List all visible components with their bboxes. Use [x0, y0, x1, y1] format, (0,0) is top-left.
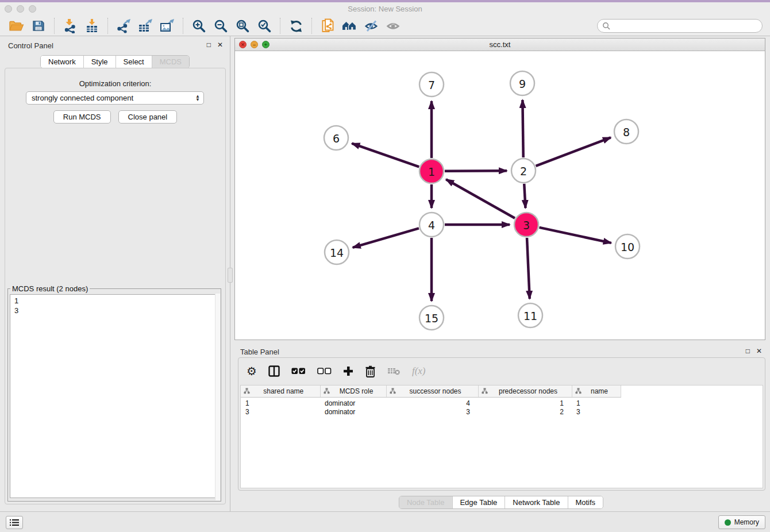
tab-network-table[interactable]: Network Table: [505, 496, 567, 508]
network-home-button[interactable]: [340, 17, 359, 34]
node-10[interactable]: 10: [615, 234, 640, 259]
edge-1-2[interactable]: [445, 171, 507, 171]
edge-2-8[interactable]: [536, 137, 611, 166]
zoom-out-icon: [214, 19, 228, 33]
node-14[interactable]: 14: [325, 240, 349, 264]
network-close-button[interactable]: [239, 41, 247, 48]
deselect-all-button[interactable]: [317, 368, 332, 375]
control-panel-close-icon[interactable]: [217, 41, 223, 49]
tab-edge-table[interactable]: Edge Table: [452, 496, 505, 508]
mcds-result-textarea[interactable]: 13: [10, 294, 219, 498]
tab-motifs[interactable]: Motifs: [567, 496, 603, 508]
criterion-select[interactable]: strongly connected component ▲▼: [26, 91, 204, 105]
table-panel-close-icon[interactable]: [756, 347, 762, 355]
show-graphics-details-button[interactable]: [384, 17, 402, 34]
edge-2-3[interactable]: [524, 184, 525, 208]
memory-button[interactable]: Memory: [718, 515, 765, 529]
node-9[interactable]: 9: [510, 71, 534, 95]
select-all-button[interactable]: [291, 368, 306, 375]
network-minimize-button[interactable]: [251, 41, 258, 48]
tab-mcds[interactable]: MCDS: [152, 56, 189, 68]
result-scrollbar[interactable]: [215, 294, 220, 500]
add-row-button[interactable]: [343, 366, 353, 376]
node-2[interactable]: 2: [511, 159, 536, 183]
table-cell[interactable]: 4: [386, 397, 478, 407]
delete-table-button[interactable]: [387, 367, 401, 375]
edge-4-14[interactable]: [353, 228, 419, 247]
show-columns-button[interactable]: [268, 365, 280, 377]
table-cell[interactable]: 1: [241, 397, 320, 407]
zoom-fit-button[interactable]: [233, 17, 252, 34]
open-session-button[interactable]: [7, 17, 26, 34]
node-11[interactable]: 11: [518, 303, 542, 327]
toolbar-separator: [107, 18, 108, 34]
refresh-layout-button[interactable]: [287, 17, 305, 34]
status-bar: Memory: [0, 511, 770, 532]
table-row[interactable]: 3dominator323: [241, 407, 621, 417]
edge-1-6[interactable]: [352, 144, 419, 167]
network-window-titlebar[interactable]: scc.txt: [235, 38, 765, 51]
control-panel-float-icon[interactable]: [207, 41, 211, 49]
delete-row-button[interactable]: [365, 365, 376, 377]
hide-graphics-details-button[interactable]: [362, 17, 380, 34]
node-4[interactable]: 4: [419, 213, 444, 237]
import-network-button[interactable]: [61, 17, 79, 34]
node-7[interactable]: 7: [419, 72, 444, 97]
node-label: 9: [519, 78, 526, 90]
import-table-button[interactable]: [83, 17, 101, 34]
table-panel-title: Table Panel: [240, 348, 279, 356]
zoom-selected-button[interactable]: [255, 17, 274, 34]
table-settings-button[interactable]: ⚙: [247, 365, 257, 377]
table-row[interactable]: 1dominator411: [241, 397, 621, 407]
column-header-predecessor-nodes[interactable]: predecessor nodes: [478, 385, 572, 397]
tab-node-table[interactable]: Node Table: [399, 496, 452, 508]
network-zoom-button[interactable]: [262, 41, 270, 48]
chevron-up-down-icon: ▲▼: [195, 95, 200, 102]
search-box[interactable]: [597, 19, 763, 33]
node-label: 7: [428, 79, 435, 91]
clone-network-button[interactable]: [318, 17, 337, 34]
memory-status-icon: [725, 519, 731, 526]
table-panel-box: ⚙ f(x) shared nameMCDS rolesuccessor nod…: [238, 357, 765, 491]
export-network-button[interactable]: [114, 17, 133, 34]
function-builder-button[interactable]: f(x): [412, 365, 426, 377]
edge-2-9[interactable]: [522, 100, 523, 157]
table-cell[interactable]: dominator: [320, 407, 386, 417]
column-header-MCDS-role[interactable]: MCDS role: [320, 385, 386, 397]
column-header-name[interactable]: name: [572, 385, 621, 397]
control-panel-tabs: NetworkStyleSelectMCDS: [40, 55, 190, 68]
table-cell[interactable]: 3: [572, 407, 621, 417]
node-8[interactable]: 8: [614, 119, 638, 144]
panel-splitter-handle[interactable]: [228, 268, 233, 283]
column-type-icon: [244, 388, 250, 394]
node-1[interactable]: 1: [419, 159, 444, 183]
column-header-successor-nodes[interactable]: successor nodes: [386, 385, 478, 397]
table-cell[interactable]: 1: [572, 397, 621, 407]
column-header-shared-name[interactable]: shared name: [241, 385, 320, 397]
zoom-out-button[interactable]: [211, 17, 230, 34]
task-history-button[interactable]: [6, 516, 23, 529]
node-6[interactable]: 6: [324, 126, 348, 150]
export-image-button[interactable]: [158, 17, 176, 34]
save-session-button[interactable]: [29, 17, 48, 34]
node-15[interactable]: 15: [419, 306, 444, 330]
tab-select[interactable]: Select: [116, 56, 152, 68]
tab-network[interactable]: Network: [41, 56, 83, 68]
node-3[interactable]: 3: [514, 213, 538, 237]
run-mcds-button[interactable]: Run MCDS: [53, 110, 111, 124]
table-cell[interactable]: 3: [386, 407, 478, 417]
zoom-in-button[interactable]: [190, 17, 208, 34]
table-cell[interactable]: 2: [478, 407, 572, 417]
table-cell[interactable]: dominator: [320, 397, 386, 407]
table-panel-float-icon[interactable]: [746, 347, 750, 355]
table-cell[interactable]: 3: [241, 407, 320, 417]
network-canvas[interactable]: 7968124314101511: [235, 51, 765, 340]
search-input[interactable]: [613, 22, 757, 30]
table-cell[interactable]: 1: [478, 397, 572, 407]
export-table-button[interactable]: [136, 17, 155, 34]
tab-style[interactable]: Style: [83, 56, 116, 68]
edge-3-11[interactable]: [527, 238, 530, 299]
edge-3-1[interactable]: [446, 179, 515, 218]
close-panel-button[interactable]: Close panel: [118, 110, 178, 124]
edge-3-10[interactable]: [539, 228, 611, 243]
